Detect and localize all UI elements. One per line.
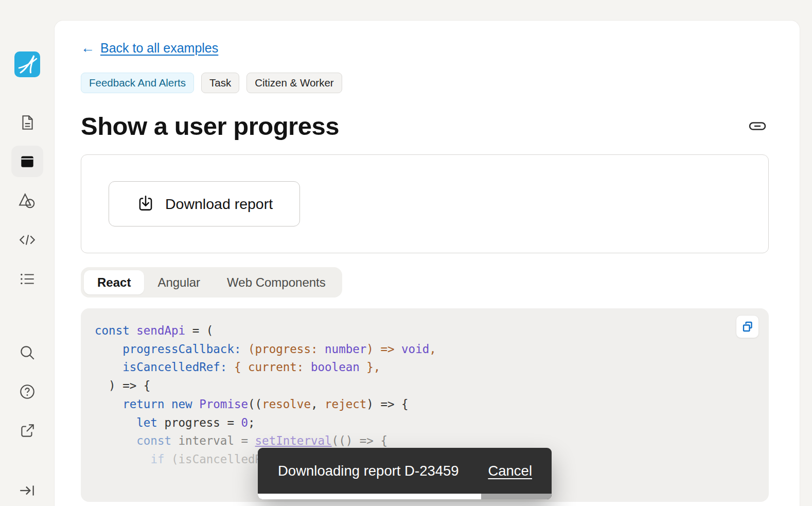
page-title: Show a user progress [81, 112, 339, 141]
sidebar-item-examples[interactable] [11, 146, 43, 177]
sidebar-item-signin[interactable] [11, 475, 43, 506]
main-panel: ← Back to all examples Feedback And Aler… [54, 20, 800, 506]
sidebar-item-code[interactable] [11, 224, 43, 255]
tab-react[interactable]: React [84, 270, 144, 294]
example-preview-card: Download report [81, 154, 769, 253]
sidebar-item-help[interactable] [11, 376, 43, 407]
sign-in-icon [18, 482, 37, 499]
tab-angular[interactable]: Angular [144, 270, 214, 294]
code-line: progressCallback: (progress: number) => … [95, 340, 769, 359]
back-link-label: Back to all examples [100, 41, 218, 56]
sidebar-item-search[interactable] [11, 337, 43, 368]
code-line: isCancelledRef: { current: boolean }, [95, 358, 769, 377]
code-line: ) => { [95, 377, 769, 395]
download-toast: Downloading report D-23459 Cancel [258, 448, 552, 499]
sidebar-item-docs[interactable] [11, 107, 43, 138]
tag-list: Feedback And Alerts Task Citizen & Worke… [81, 73, 768, 93]
chain-link-icon [748, 118, 767, 134]
sidebar-item-list[interactable] [11, 263, 43, 294]
external-link-icon [19, 422, 36, 440]
sidebar-item-components[interactable] [11, 185, 43, 216]
search-icon [19, 344, 36, 361]
back-link[interactable]: ← Back to all examples [81, 40, 218, 56]
code-icon [18, 231, 37, 249]
help-icon [19, 383, 36, 400]
copy-icon [741, 320, 754, 334]
code-line: const sendApi = ( [95, 322, 769, 340]
sidebar-item-external[interactable] [11, 415, 43, 446]
copy-code-button[interactable] [736, 315, 759, 338]
tab-web-components[interactable]: Web Components [214, 270, 339, 294]
download-icon [136, 194, 155, 214]
app-logo[interactable] [14, 51, 40, 77]
sidebar [0, 0, 54, 506]
code-block-content: const sendApi = ( progressCallback: (pro… [95, 322, 769, 469]
tag-category[interactable]: Feedback And Alerts [81, 73, 194, 93]
browser-window-icon [19, 153, 36, 170]
toast-cancel-button[interactable]: Cancel [488, 463, 532, 479]
toast-progress-track [258, 494, 552, 499]
tag-audience[interactable]: Citizen & Worker [246, 73, 342, 93]
tag-task[interactable]: Task [201, 73, 239, 93]
code-line: let progress = 0; [95, 414, 769, 432]
back-arrow-icon: ← [81, 40, 95, 56]
copy-page-link-button[interactable] [747, 117, 768, 135]
shapes-icon [18, 191, 37, 210]
framework-tabs: React Angular Web Components [81, 267, 342, 298]
document-icon [19, 114, 36, 131]
download-report-button[interactable]: Download report [109, 181, 300, 226]
toast-progress-fill [258, 494, 481, 499]
list-icon [19, 271, 36, 287]
logo-icon [14, 51, 40, 77]
toast-message: Downloading report D-23459 [278, 463, 459, 479]
download-button-label: Download report [165, 196, 273, 213]
code-line: return new Promise((resolve, reject) => … [95, 395, 769, 414]
